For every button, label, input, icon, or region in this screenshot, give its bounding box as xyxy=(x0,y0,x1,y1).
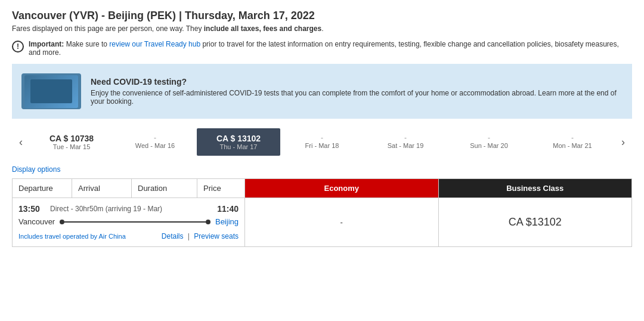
date-price-3: - xyxy=(283,134,361,142)
date-cell-3[interactable]: - Fri - Mar 18 xyxy=(280,128,364,156)
covid-image xyxy=(21,73,81,109)
preview-seats-link[interactable]: Preview seats xyxy=(194,232,239,240)
date-cell-1[interactable]: - Wed - Mar 16 xyxy=(113,128,197,156)
fare-note: Fares displayed on this page are per per… xyxy=(12,24,632,33)
flight-links: Details | Preview seats xyxy=(162,232,239,240)
date-cells: CA $ 10738 Tue - Mar 15 - Wed - Mar 16 C… xyxy=(30,128,614,156)
city-from: Vancouver xyxy=(18,217,55,226)
col-header-economy[interactable]: Economy xyxy=(245,179,439,197)
economy-dash: - xyxy=(340,218,343,227)
table-header: Departure Arrival Duration Price Economy… xyxy=(12,178,632,198)
date-price-2: CA $ 13102 xyxy=(200,134,277,143)
details-link[interactable]: Details xyxy=(162,232,184,240)
flight-duration-label: Direct - 30hr50m (arriving 19 - Mar) xyxy=(50,205,212,213)
fare-note-end: . xyxy=(321,24,323,33)
col-header-duration[interactable]: Duration xyxy=(132,179,197,197)
date-label-2: Thu - Mar 17 xyxy=(200,143,277,150)
economy-cell[interactable]: - xyxy=(245,198,439,246)
flight-row: 13:50 Direct - 30hr50m (arriving 19 - Ma… xyxy=(12,198,632,247)
col-header-arrival[interactable]: Arrival xyxy=(72,179,132,197)
important-pre: Make sure to xyxy=(64,40,109,48)
date-cell-5[interactable]: - Sun - Mar 20 xyxy=(447,128,531,156)
business-cell[interactable]: CA $13102 xyxy=(439,198,632,246)
route-title: Vancouver (YVR) - Beijing (PEK) | Thursd… xyxy=(12,10,632,22)
date-label-3: Fri - Mar 18 xyxy=(283,142,361,149)
flight-time-row: 13:50 Direct - 30hr50m (arriving 19 - Ma… xyxy=(18,204,239,214)
flight-footer: Includes travel operated by Air China De… xyxy=(18,232,239,240)
travel-ready-link[interactable]: review our Travel Ready hub xyxy=(109,40,200,48)
link-separator: | xyxy=(188,232,190,240)
date-label-5: Sun - Mar 20 xyxy=(450,142,528,149)
col-header-business[interactable]: Business Class xyxy=(439,179,632,197)
date-cell-0[interactable]: CA $ 10738 Tue - Mar 15 xyxy=(30,128,113,156)
covid-title: Need COVID-19 testing? xyxy=(91,77,623,87)
date-cell-4[interactable]: - Sat - Mar 19 xyxy=(364,128,447,156)
important-label: Important: xyxy=(29,40,64,48)
fare-note-text: Fares displayed on this page are per per… xyxy=(12,24,204,33)
operated-by: Includes travel operated by Air China xyxy=(18,233,126,240)
covid-banner: Need COVID-19 testing? Enjoy the conveni… xyxy=(12,64,632,119)
col-header-departure[interactable]: Departure xyxy=(13,179,72,197)
covid-content: Need COVID-19 testing? Enjoy the conveni… xyxy=(91,77,623,106)
date-cell-6[interactable]: - Mon - Mar 21 xyxy=(531,128,614,156)
important-notice: ! Important: Make sure to review our Tra… xyxy=(12,40,632,57)
date-label-4: Sat - Mar 19 xyxy=(367,142,444,149)
date-price-6: - xyxy=(534,134,611,142)
covid-image-graphic xyxy=(24,75,78,108)
display-options-label: Display options xyxy=(12,165,632,174)
departure-time: 13:50 xyxy=(18,204,45,214)
date-price-5: - xyxy=(450,134,528,142)
date-cell-2[interactable]: CA $ 13102 Thu - Mar 17 xyxy=(197,128,280,156)
date-price-4: - xyxy=(367,134,444,142)
date-price-1: - xyxy=(116,134,194,142)
next-date-button[interactable]: › xyxy=(614,136,632,149)
fare-note-bold: include all taxes, fees and charges xyxy=(204,24,321,33)
col-header-price[interactable]: Price xyxy=(197,179,245,197)
dot-right xyxy=(206,220,210,224)
line xyxy=(64,221,206,223)
important-text: Important: Make sure to review our Trave… xyxy=(29,40,632,57)
prev-date-button[interactable]: ‹ xyxy=(12,136,30,149)
flight-line xyxy=(60,220,210,224)
cities-row: Vancouver Beijing xyxy=(18,216,239,227)
covid-text: Enjoy the convenience of self-administer… xyxy=(91,89,623,106)
date-navigation: ‹ CA $ 10738 Tue - Mar 15 - Wed - Mar 16… xyxy=(12,128,632,156)
dot-left xyxy=(60,220,64,224)
date-price-0: CA $ 10738 xyxy=(33,134,110,143)
date-label-6: Mon - Mar 21 xyxy=(534,142,611,149)
date-label-1: Wed - Mar 16 xyxy=(116,142,194,149)
arrival-time: 11:40 xyxy=(217,204,239,214)
flight-info: 13:50 Direct - 30hr50m (arriving 19 - Ma… xyxy=(13,198,245,246)
business-price: CA $13102 xyxy=(509,216,562,229)
important-icon: ! xyxy=(12,41,24,53)
date-label-0: Tue - Mar 15 xyxy=(33,143,110,150)
city-to: Beijing xyxy=(215,217,239,226)
